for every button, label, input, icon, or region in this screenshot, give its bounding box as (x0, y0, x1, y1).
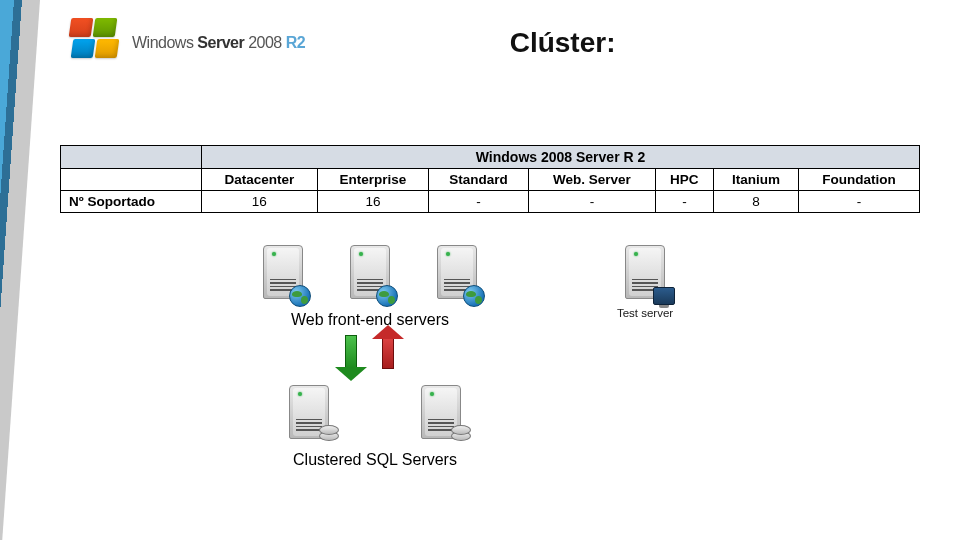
web-frontend-label: Web front-end servers (250, 311, 490, 329)
globe-icon (463, 285, 485, 307)
windows-server-logo (60, 18, 128, 68)
cluster-support-table: Windows 2008 Server R 2 Datacenter Enter… (60, 145, 920, 213)
col-enterprise: Enterprise (317, 169, 428, 191)
windows-flag-icon (70, 18, 118, 60)
row-label: Nº Soportado (61, 191, 202, 213)
arrow-down-icon (335, 325, 367, 381)
cell-itanium: 8 (713, 191, 798, 213)
logo-suffix: R2 (286, 34, 305, 51)
monitor-icon (653, 287, 675, 305)
logo-brand: Windows (132, 34, 193, 51)
server-tower-icon (417, 385, 465, 443)
cluster-topology-diagram: Web front-end servers Clustered SQL Serv… (220, 245, 750, 495)
cell-datacenter: 16 (202, 191, 318, 213)
col-standard: Standard (429, 169, 529, 191)
arrow-up-icon (372, 325, 404, 381)
col-hpc: HPC (655, 169, 713, 191)
database-disk-icon (451, 425, 471, 445)
database-disk-icon (319, 425, 339, 445)
col-webserver: Web. Server (529, 169, 656, 191)
cell-standard: - (429, 191, 529, 213)
table-super-header: Windows 2008 Server R 2 (202, 146, 920, 169)
col-datacenter: Datacenter (202, 169, 318, 191)
table-row: Nº Soportado 16 16 - - - 8 - (61, 191, 920, 213)
col-itanium: Itanium (713, 169, 798, 191)
table-corner-empty (61, 146, 202, 169)
server-tower-icon (433, 245, 481, 303)
cell-hpc: - (655, 191, 713, 213)
globe-icon (289, 285, 311, 307)
slide-side-accent (0, 0, 40, 540)
server-tower-icon (285, 385, 333, 443)
globe-icon (376, 285, 398, 307)
web-frontend-group: Web front-end servers (250, 245, 490, 329)
slide-header: Windows Server 2008 R2 Clúster: (60, 18, 920, 68)
table-header-empty (61, 169, 202, 191)
logo-product: Server (197, 34, 244, 51)
cell-enterprise: 16 (317, 191, 428, 213)
cell-webserver: - (529, 191, 656, 213)
logo-year: 2008 (248, 34, 282, 51)
cell-foundation: - (799, 191, 920, 213)
server-tower-icon (346, 245, 394, 303)
test-server-group: Test server (590, 245, 700, 319)
slide-title: Clúster: (305, 27, 920, 59)
test-server-label: Test server (590, 307, 700, 319)
sql-cluster-label: Clustered SQL Servers (260, 451, 490, 469)
logo-text: Windows Server 2008 R2 (132, 34, 305, 52)
server-tower-icon (259, 245, 307, 303)
server-tower-icon (621, 245, 669, 303)
col-foundation: Foundation (799, 169, 920, 191)
sql-cluster-group: Clustered SQL Servers (260, 385, 490, 469)
